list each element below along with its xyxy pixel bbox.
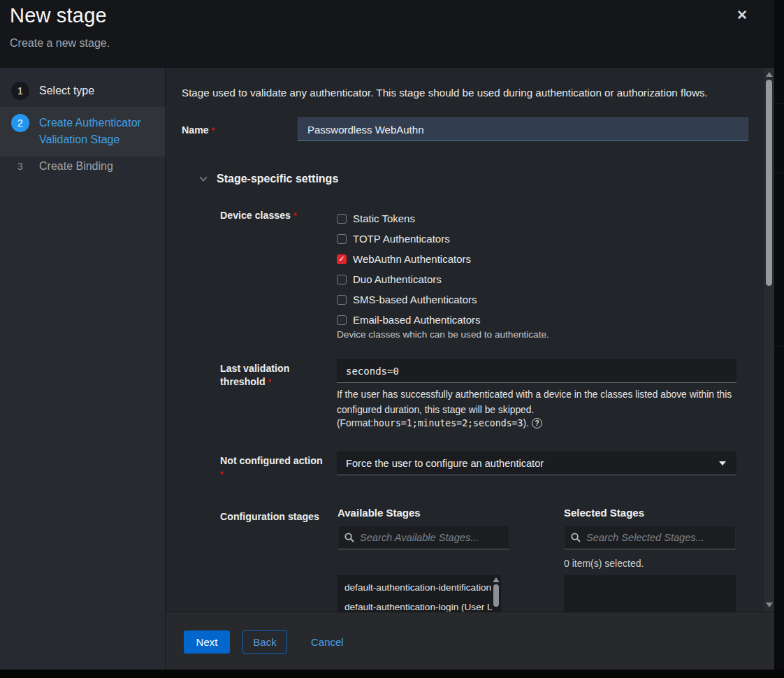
last-validation-threshold-input[interactable] [337,359,736,383]
search-icon [571,533,581,542]
selected-stages-title: Selected Stages [564,507,644,519]
stage-form-content: Stage used to validate any authenticator… [166,68,764,612]
chevron-down-icon [199,173,207,181]
required-asterisk: * [212,126,215,136]
cancel-button[interactable]: Cancel [305,630,354,654]
configuration-stages-label: Configuration stages [220,510,319,524]
selected-count-status: 0 item(s) selected. [564,558,644,569]
wizard-step-select-type[interactable]: 1 Select type [0,78,166,104]
checkbox-duo-authenticators[interactable] [337,275,347,284]
selected-stages-search-input[interactable] [586,532,729,543]
checkbox-email-based-authenticators[interactable] [337,315,347,325]
caret-down-icon [719,461,726,466]
required-asterisk: * [268,377,272,387]
checkbox-webauthn-authenticators[interactable] [337,254,347,264]
checkbox-static-tokens[interactable] [337,214,347,224]
not-configured-action-select[interactable]: Force the user to configure an authentic… [337,452,736,475]
available-stages-search-input[interactable] [360,532,502,543]
content-scrollbar[interactable] [764,68,774,612]
device-classes-help: Device classes which can be used to auth… [337,329,549,340]
step-label: Create Authenticator Validation Stage [39,114,154,148]
checkbox-label: Email-based Authenticators [353,314,481,326]
format-code: hours=1;minutes=2;seconds=3 [373,418,523,428]
search-icon [344,533,354,542]
step-label: Select type [39,82,94,99]
name-label: Name * [182,124,215,138]
selected-stages-search [564,526,736,549]
checkbox-label: WebAuthn Authenticators [353,253,471,265]
checkbox-row-sms-based-authenticators[interactable]: SMS-based Authenticators [337,289,481,310]
checkbox-totp-authenticators[interactable] [337,234,347,244]
stage-description: Stage used to validate any authenticator… [182,85,752,100]
wizard-step-create-authenticator-validation-stage[interactable]: 2 Create Authenticator Validation Stage [0,107,166,157]
checkbox-label: SMS-based Authenticators [353,294,477,305]
scroll-up-icon[interactable] [766,72,773,77]
available-stages-search [337,526,509,549]
available-stage-option[interactable]: default-authentication-login (User L [337,598,501,612]
wizard-step-create-binding[interactable]: 3 Create Binding [0,153,166,180]
step-label: Create Binding [39,157,113,175]
available-stages-title: Available Stages [337,507,421,519]
modal-header: New stage Create a new stage. ✕ [0,0,774,68]
modal-subtitle: Create a new stage. [10,37,110,50]
modal-title: New stage [10,4,107,27]
checkbox-label: Static Tokens [353,212,415,224]
listbox-scrollbar-thumb[interactable] [493,584,499,607]
step-number-badge: 3 [11,157,29,175]
select-value: Force the user to configure an authentic… [346,458,719,469]
background-page-strip [774,0,784,678]
background-page-bottom [0,670,784,678]
scroll-up-icon[interactable] [493,577,500,582]
checkbox-label: TOTP Authenticators [353,233,450,245]
available-stages-listbox: default-authentication-identification de… [337,575,501,612]
not-configured-action-label: Not configured action * [220,454,325,482]
required-asterisk: * [220,470,224,479]
device-classes-group: Static Tokens TOTP Authenticators WebAut… [337,208,481,330]
device-classes-label: Device classes * [220,209,297,223]
checkbox-row-email-based-authenticators[interactable]: Email-based Authenticators [337,310,481,330]
selected-stages-listbox [564,575,736,612]
stage-specific-settings-header[interactable]: Stage-specific settings [201,173,338,185]
checkbox-row-duo-authenticators[interactable]: Duo Authenticators [337,269,481,289]
wizard-steps-sidebar: 1 Select type 2 Create Authenticator Val… [0,68,166,670]
close-icon[interactable]: ✕ [731,4,753,25]
step-number-badge: 1 [11,82,29,100]
new-stage-wizard-modal: New stage Create a new stage. ✕ 1 Select… [0,0,784,678]
checkbox-row-static-tokens[interactable]: Static Tokens [337,208,481,229]
step-number-badge: 2 [11,114,29,132]
threshold-help-text: If the user has successfully authenticat… [337,387,741,417]
format-prefix: (Format: [337,418,373,428]
format-suffix: ). [523,418,529,428]
threshold-format-hint: (Format: hours=1;minutes=2;seconds=3). ? [337,418,542,428]
scrollbar-thumb[interactable] [766,80,772,286]
available-stage-option[interactable]: default-authentication-identification [337,578,501,598]
name-input[interactable] [298,117,748,141]
modal-footer: Next Back Cancel [166,612,774,670]
checkbox-row-totp-authenticators[interactable]: TOTP Authenticators [337,229,481,249]
required-asterisk: * [293,211,297,221]
section-title: Stage-specific settings [217,173,338,185]
checkbox-sms-based-authenticators[interactable] [337,295,347,305]
scroll-down-icon[interactable] [766,603,773,607]
listbox-scrollbar [492,577,500,607]
back-button[interactable]: Back [242,630,287,654]
checkbox-row-webauthn-authenticators[interactable]: WebAuthn Authenticators [337,249,481,269]
checkbox-label: Duo Authenticators [353,273,442,285]
last-validation-threshold-label: Last validation threshold * [220,362,325,389]
question-circle-icon[interactable]: ? [532,418,542,428]
next-button[interactable]: Next [184,630,230,654]
